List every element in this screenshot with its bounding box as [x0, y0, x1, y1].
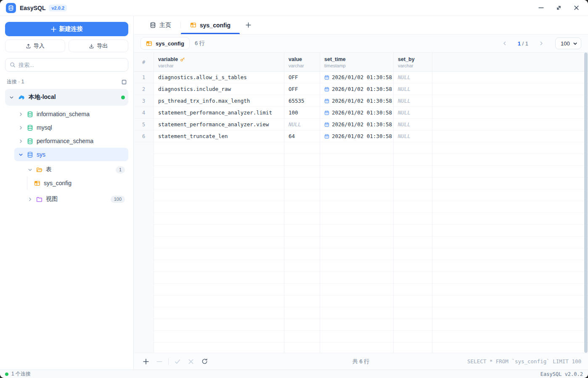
footer-separator: [168, 358, 169, 365]
chevron-right-icon[interactable]: [18, 125, 24, 130]
header-set-by[interactable]: set_by varchar: [394, 53, 432, 71]
cell-filler: [432, 130, 588, 142]
import-button[interactable]: 导入: [5, 40, 65, 52]
connection-status-dot: [121, 96, 125, 99]
tab-home-label: 主页: [159, 21, 171, 29]
cell-variable[interactable]: statement_performance_analyzer.limit: [154, 107, 284, 118]
cell-variable[interactable]: diagnostics.include_raw: [154, 83, 284, 95]
cell-set-time[interactable]: 2026/01/02 01:30:58: [320, 95, 394, 106]
status-bar: 1 个连接 EasySQL v2.0.2: [0, 370, 588, 378]
tree-db-sys[interactable]: sys: [14, 148, 128, 161]
cell-value[interactable]: 65535: [284, 95, 320, 106]
cell-set-time[interactable]: 2026/01/02 01:30:58: [320, 83, 394, 95]
header-filler: [432, 53, 588, 71]
cell-variable[interactable]: ps_thread_trx_info.max_length: [154, 95, 284, 106]
new-tab-button[interactable]: [240, 16, 257, 34]
collapse-all-icon[interactable]: [122, 80, 127, 85]
tree-folder-tables[interactable]: 表 1: [24, 163, 128, 176]
cell-variable[interactable]: statement_performance_analyzer.view: [154, 119, 284, 130]
cell-set-by[interactable]: NULL: [394, 130, 432, 142]
cell-value[interactable]: NULL: [284, 119, 320, 130]
empty-rows-area: [134, 142, 588, 353]
maximize-button[interactable]: [555, 5, 562, 11]
header-variable[interactable]: variable varchar: [154, 53, 284, 71]
db-label: mysql: [37, 124, 52, 131]
header-set-time[interactable]: set_time timestamp: [320, 53, 394, 71]
chevron-right-icon[interactable]: [18, 139, 24, 144]
next-page-button[interactable]: [536, 38, 547, 49]
tables-folder-label: 表: [46, 166, 52, 173]
app-logo-icon: [6, 3, 16, 13]
add-row-button[interactable]: [140, 356, 151, 367]
tab-sys-config[interactable]: sys_config: [181, 16, 240, 34]
cell-variable[interactable]: diagnostics.allow_i_s_tables: [154, 72, 284, 83]
db-label: sys: [37, 151, 45, 158]
table-row[interactable]: 5statement_performance_analyzer.viewNULL…: [134, 119, 588, 130]
tab-home[interactable]: 主页: [140, 16, 180, 34]
tree-connection-local[interactable]: 本地-local: [5, 89, 128, 106]
delete-row-button[interactable]: [154, 356, 165, 367]
cell-set-by[interactable]: NULL: [394, 72, 432, 83]
table-row[interactable]: 4statement_performance_analyzer.limit100…: [134, 107, 588, 119]
search-input[interactable]: [19, 62, 124, 68]
tables-folder-icon: [36, 167, 42, 173]
cell-value[interactable]: 100: [284, 107, 320, 118]
tree-db-performance-schema[interactable]: performance_schema: [14, 134, 128, 148]
cell-set-by[interactable]: NULL: [394, 119, 432, 130]
cell-set-time[interactable]: 2026/01/02 01:30:58: [320, 119, 394, 130]
cell-value[interactable]: OFF: [284, 83, 320, 95]
cell-value[interactable]: 64: [284, 130, 320, 142]
connections-count-label: 连接 · 1: [7, 78, 24, 85]
refresh-button[interactable]: [199, 356, 210, 367]
app-title: EasySQL: [20, 5, 45, 11]
page-size-value: 100: [561, 40, 570, 47]
export-icon: [89, 43, 94, 49]
table-row[interactable]: 2diagnostics.include_rawOFF2026/01/02 01…: [134, 83, 588, 95]
views-count-badge: 100: [111, 196, 125, 203]
vertical-scrollbar[interactable]: [584, 53, 588, 353]
table-row[interactable]: 1diagnostics.allow_i_s_tablesOFF2026/01/…: [134, 72, 588, 83]
tree-folder-views[interactable]: 视图 100: [24, 192, 128, 206]
connections-header: 连接 · 1: [5, 78, 128, 89]
chevron-down-icon: [573, 41, 577, 46]
cell-set-by[interactable]: NULL: [394, 95, 432, 106]
window-controls: [538, 5, 582, 11]
chevron-down-icon[interactable]: [8, 95, 14, 100]
chevron-right-icon[interactable]: [18, 112, 24, 117]
cell-set-time[interactable]: 2026/01/02 01:30:58: [320, 107, 394, 118]
row-number: 1: [134, 72, 154, 83]
database-icon: [27, 125, 33, 131]
table-row[interactable]: 3ps_thread_trx_info.max_length655352026/…: [134, 95, 588, 107]
title-bar: EasySQL v2.0.2: [0, 0, 588, 16]
header-value[interactable]: value varchar: [284, 53, 320, 71]
cell-set-by[interactable]: NULL: [394, 83, 432, 95]
current-page: 1: [518, 40, 521, 47]
commit-changes-button[interactable]: [172, 356, 183, 367]
page-size-select[interactable]: 100: [555, 37, 581, 49]
chevron-down-icon[interactable]: [27, 168, 33, 172]
new-connection-button[interactable]: 新建连接: [5, 22, 128, 36]
cell-value[interactable]: OFF: [284, 72, 320, 83]
table-row[interactable]: 6statement_truncate_len642026/01/02 01:3…: [134, 130, 588, 142]
tree-table-sys-config[interactable]: sys_config: [31, 176, 128, 190]
export-button[interactable]: 导出: [69, 40, 129, 52]
close-button[interactable]: [573, 5, 580, 11]
cell-set-by[interactable]: NULL: [394, 107, 432, 118]
footer-toolbar: 共 6 行 SELECT * FROM `sys_config` LIMIT 1…: [134, 353, 588, 370]
prev-page-button[interactable]: [499, 38, 510, 49]
tree-db-mysql[interactable]: mysql: [14, 121, 128, 134]
search-box: [5, 58, 128, 72]
cell-set-time[interactable]: 2026/01/02 01:30:58: [320, 130, 394, 142]
cell-variable[interactable]: statement_truncate_len: [154, 130, 284, 142]
row-number: 3: [134, 95, 154, 106]
cell-filler: [432, 107, 588, 118]
chevron-down-icon[interactable]: [18, 152, 24, 157]
chevron-right-icon[interactable]: [27, 197, 33, 202]
tree-db-information-schema[interactable]: information_schema: [14, 107, 128, 121]
plus-icon: [246, 22, 251, 28]
minimize-button[interactable]: [538, 5, 544, 11]
home-database-icon: [150, 22, 156, 28]
cell-set-time[interactable]: 2026/01/02 01:30:58: [320, 72, 394, 83]
table-name-chip[interactable]: sys_config: [140, 37, 190, 50]
discard-changes-button[interactable]: [185, 356, 196, 367]
